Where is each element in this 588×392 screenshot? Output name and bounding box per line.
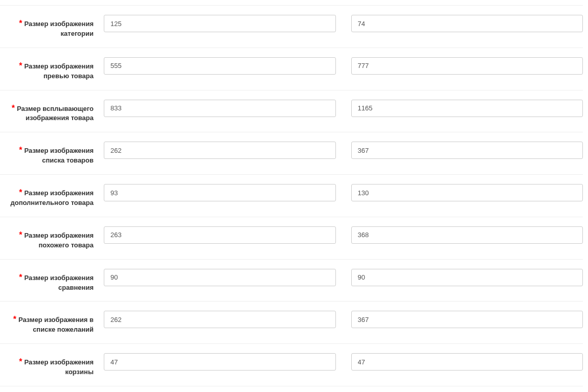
category-image-size-height-input[interactable] <box>351 15 583 32</box>
field-label: Размер изображения сравнения <box>25 274 94 291</box>
product-popup-image-size-width-input[interactable] <box>104 100 336 117</box>
wishlist-image-size-height-input[interactable] <box>351 311 583 328</box>
field-inputs <box>99 15 583 32</box>
required-indicator: * <box>19 357 22 366</box>
field-label: Размер изображения списка товаров <box>25 147 94 164</box>
related-product-image-size-width-input[interactable] <box>104 226 336 244</box>
required-indicator: * <box>19 273 22 282</box>
product-list-image-size-width-input[interactable] <box>104 142 336 159</box>
additional-product-image-size-height-input[interactable] <box>351 184 583 201</box>
cart-image-size-height-input[interactable] <box>351 353 583 371</box>
field-label: Размер всплывающего изображения товара <box>17 105 94 122</box>
field-inputs <box>99 353 583 371</box>
form-row-category-image-size: *Размер изображения категории <box>0 5 583 48</box>
field-label-wrapper: *Размер изображения превью товара <box>0 57 99 81</box>
additional-product-image-size-width-input[interactable] <box>104 184 336 201</box>
field-label: Размер изображения корзины <box>25 358 94 376</box>
form-row-wishlist-image-size: *Размер изображения в списке пожеланий <box>0 302 583 344</box>
form-row-product-preview-image-size: *Размер изображения превью товара <box>0 48 583 90</box>
field-label: Размер изображения похожего товара <box>25 232 94 249</box>
field-label-wrapper: *Размер изображения корзины <box>0 353 99 377</box>
form-row-product-popup-image-size: *Размер всплывающего изображения товара <box>0 90 583 133</box>
field-label-wrapper: *Размер изображения похожего товара <box>0 226 99 250</box>
form-row-product-list-image-size: *Размер изображения списка товаров <box>0 132 583 175</box>
wishlist-image-size-width-input[interactable] <box>104 311 336 328</box>
form-row-additional-product-image-size: *Размер изображения дополнительного това… <box>0 175 583 217</box>
compare-image-size-width-input[interactable] <box>104 269 336 286</box>
required-indicator: * <box>19 188 22 197</box>
product-preview-image-size-width-input[interactable] <box>104 57 336 75</box>
product-preview-image-size-height-input[interactable] <box>351 57 583 75</box>
required-indicator: * <box>19 146 22 154</box>
field-label-wrapper: *Размер изображения списка товаров <box>0 142 99 165</box>
field-inputs <box>99 226 583 244</box>
product-list-image-size-height-input[interactable] <box>351 142 583 159</box>
field-inputs <box>99 269 583 286</box>
field-label: Размер изображения превью товара <box>25 62 94 80</box>
form-row-cart-image-size: *Размер изображения корзины <box>0 344 583 386</box>
field-inputs <box>99 100 583 117</box>
field-label-wrapper: *Размер изображения сравнения <box>0 269 99 292</box>
required-indicator: * <box>19 230 22 239</box>
field-inputs <box>99 57 583 75</box>
cart-image-size-width-input[interactable] <box>104 353 336 371</box>
product-popup-image-size-height-input[interactable] <box>351 100 583 117</box>
field-label: Размер изображения категории <box>25 20 94 37</box>
form-row-store-image-size: *Размер изображения магазина <box>0 386 583 392</box>
form-row-compare-image-size: *Размер изображения сравнения <box>0 260 583 302</box>
required-indicator: * <box>19 19 22 28</box>
required-indicator: * <box>19 61 22 70</box>
field-label: Размер изображения дополнительного товар… <box>10 189 94 206</box>
field-label-wrapper: *Размер всплывающего изображения товара <box>0 100 99 123</box>
compare-image-size-height-input[interactable] <box>351 269 583 286</box>
required-indicator: * <box>12 104 15 112</box>
field-label-wrapper: *Размер изображения в списке пожеланий <box>0 311 99 334</box>
required-indicator: * <box>13 315 16 324</box>
field-label-wrapper: *Размер изображения дополнительного това… <box>0 184 99 207</box>
image-settings-form: *Размер изображения категории *Размер из… <box>0 5 583 392</box>
category-image-size-width-input[interactable] <box>104 15 336 32</box>
field-inputs <box>99 142 583 159</box>
field-label-wrapper: *Размер изображения категории <box>0 15 99 38</box>
field-label: Размер изображения в списке пожеланий <box>18 316 94 333</box>
field-inputs <box>99 311 583 328</box>
related-product-image-size-height-input[interactable] <box>351 226 583 244</box>
field-inputs <box>99 184 583 201</box>
form-row-related-product-image-size: *Размер изображения похожего товара <box>0 217 583 260</box>
